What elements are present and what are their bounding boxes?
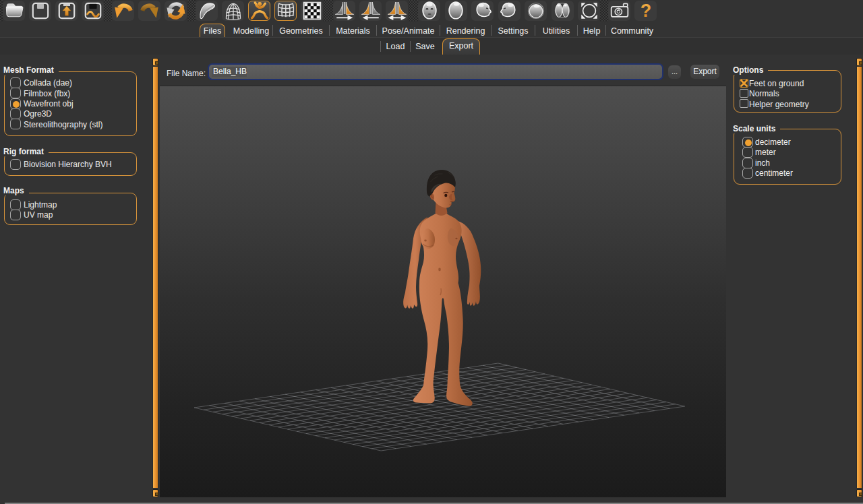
svg-text:?: ?: [640, 1, 651, 21]
